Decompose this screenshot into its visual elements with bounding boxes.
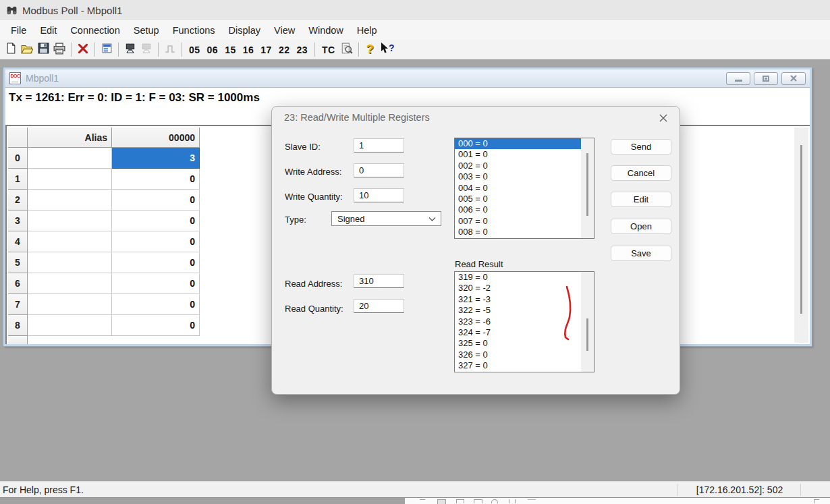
listbox-scrollbar-thumb[interactable]: [586, 318, 588, 351]
new-file-button[interactable]: [3, 42, 19, 58]
function-06-button[interactable]: 06: [204, 45, 222, 55]
print-button[interactable]: [51, 42, 67, 58]
alias-cell[interactable]: [28, 273, 112, 294]
close-child-button[interactable]: [781, 72, 806, 85]
minimize-button[interactable]: [726, 72, 750, 85]
write-address-label: Write Address:: [285, 167, 341, 177]
list-item[interactable]: 004 = 0: [455, 183, 594, 194]
read-address-label: Read Address:: [285, 279, 342, 289]
send-button[interactable]: Send: [611, 139, 671, 155]
communication-traffic-button[interactable]: [122, 42, 138, 58]
menu-view[interactable]: View: [267, 22, 302, 38]
grid-scrollbar-thumb[interactable]: [800, 145, 802, 314]
value-cell-selected[interactable]: 3: [112, 148, 200, 169]
write-address-input[interactable]: [354, 163, 404, 177]
value-cell[interactable]: 0: [112, 190, 200, 211]
open-button[interactable]: Open: [611, 219, 671, 234]
alias-cell[interactable]: [28, 315, 112, 336]
save-button[interactable]: [35, 42, 51, 58]
list-item[interactable]: 002 = 0: [455, 161, 594, 171]
dialog-title: 23: Read/Write Multiple Registers: [284, 112, 430, 123]
app-window: Modbus Poll - Mbpoll1 File Edit Connecti…: [0, 0, 830, 504]
list-item[interactable]: 327 = 0: [455, 360, 594, 371]
value-cell[interactable]: 0: [112, 169, 200, 190]
list-item[interactable]: 325 = 0: [455, 338, 594, 349]
read-address-input[interactable]: [354, 274, 404, 288]
menu-edit[interactable]: Edit: [33, 22, 63, 38]
alias-cell[interactable]: [28, 231, 112, 252]
open-file-button[interactable]: [19, 42, 35, 58]
function-15-button[interactable]: 15: [221, 45, 240, 55]
alias-column-header: Alias: [28, 128, 112, 148]
list-item[interactable]: 008 = 0: [455, 227, 594, 237]
menu-display[interactable]: Display: [222, 22, 268, 38]
display-setup-button[interactable]: [99, 42, 115, 58]
toolbar-separator: [358, 43, 359, 57]
disconnect-button[interactable]: [75, 42, 91, 58]
taskbar-icon-fragment: [437, 499, 446, 504]
read-result-listbox[interactable]: 319 = 0 320 = -2 321 = -3 322 = -5 323 =…: [454, 271, 594, 372]
save-dialog-button[interactable]: Save: [611, 246, 671, 261]
list-item[interactable]: 320 = -2: [455, 283, 594, 293]
toolbar-separator: [71, 43, 72, 57]
type-combobox-value: Signed: [337, 214, 364, 224]
communication-log-button[interactable]: [339, 42, 355, 58]
menu-functions[interactable]: Functions: [166, 22, 222, 38]
function-22-button[interactable]: 22: [275, 45, 294, 55]
alias-cell[interactable]: [28, 211, 112, 231]
cancel-button[interactable]: Cancel: [611, 165, 671, 181]
dialog-close-button[interactable]: [655, 111, 671, 125]
alias-cell[interactable]: [28, 169, 112, 190]
function-05-button[interactable]: 05: [186, 45, 204, 55]
list-item[interactable]: 000 = 0: [455, 138, 594, 149]
read-quantity-input[interactable]: [354, 299, 404, 313]
menu-window[interactable]: Window: [302, 22, 350, 38]
about-help-button[interactable]: ?: [362, 43, 378, 57]
value-cell[interactable]: 0: [112, 252, 200, 273]
value-cell[interactable]: 0: [112, 273, 200, 294]
alias-cell[interactable]: [28, 190, 112, 211]
list-item[interactable]: 007 = 0: [455, 216, 594, 227]
connection-address-text: [172.16.201.52]: 502: [680, 484, 799, 495]
menu-setup[interactable]: Setup: [127, 22, 166, 38]
list-item[interactable]: 322 = -5: [455, 305, 594, 316]
write-quantity-input[interactable]: [354, 188, 404, 202]
menu-connection[interactable]: Connection: [63, 22, 126, 38]
value-cell[interactable]: 0: [112, 294, 200, 315]
close-icon: [659, 113, 668, 123]
list-item[interactable]: 005 = 0: [455, 194, 594, 204]
test-center-button[interactable]: TC: [319, 45, 339, 55]
list-item[interactable]: 321 = -3: [455, 294, 594, 305]
alias-cell[interactable]: [28, 252, 112, 273]
list-item[interactable]: 001 = 0: [455, 149, 594, 160]
function-16-button[interactable]: 16: [240, 45, 258, 55]
slave-id-input[interactable]: [354, 138, 404, 152]
menu-help[interactable]: Help: [350, 22, 384, 38]
restore-button[interactable]: [754, 72, 778, 85]
list-item[interactable]: 319 = 0: [455, 272, 594, 283]
function-17-button[interactable]: 17: [257, 45, 275, 55]
alias-cell[interactable]: [28, 148, 112, 169]
list-item[interactable]: 323 = -6: [455, 316, 594, 327]
context-help-button[interactable]: ?: [378, 42, 398, 58]
menu-file[interactable]: File: [4, 22, 33, 38]
list-item[interactable]: 324 = -7: [455, 327, 594, 338]
alias-cell[interactable]: [28, 294, 112, 315]
list-item[interactable]: 006 = 0: [455, 204, 594, 215]
value-cell[interactable]: 0: [112, 231, 200, 252]
grid-vertical-scrollbar[interactable]: [794, 128, 808, 343]
list-item[interactable]: 003 = 0: [455, 171, 594, 182]
single-poll-button: [162, 42, 178, 58]
function-23-button[interactable]: 23: [293, 45, 311, 55]
write-values-listbox[interactable]: 000 = 0 001 = 0 002 = 0 003 = 0 004 = 0 …: [454, 138, 594, 239]
list-item[interactable]: 326 = 0: [455, 349, 594, 360]
value-cell[interactable]: 0: [112, 211, 200, 231]
edit-button[interactable]: Edit: [611, 192, 671, 207]
taskbar-icon-fragment: [474, 499, 482, 503]
listbox-scrollbar[interactable]: [581, 272, 594, 372]
app-icon: [6, 5, 18, 16]
type-combobox[interactable]: Signed: [331, 211, 441, 226]
value-cell[interactable]: 0: [112, 315, 200, 336]
listbox-scrollbar-thumb[interactable]: [586, 153, 588, 216]
listbox-scrollbar[interactable]: [581, 138, 594, 238]
